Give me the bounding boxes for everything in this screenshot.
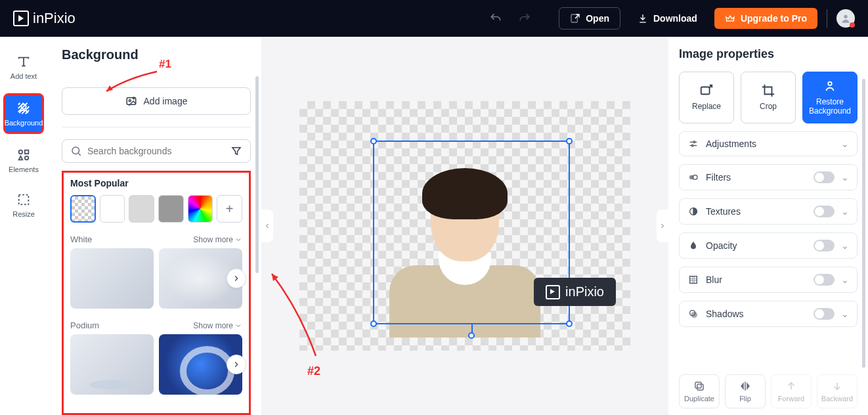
swatch-transparent[interactable] — [70, 195, 96, 223]
swatch-add[interactable]: + — [217, 195, 242, 223]
resize-handle-tl[interactable] — [370, 138, 377, 144]
left-panel-scrollbar[interactable] — [255, 76, 259, 273]
scroll-right-podium[interactable] — [227, 355, 246, 374]
header-divider — [827, 9, 827, 28]
background-icon — [16, 100, 32, 116]
bottom-actions: Duplicate Flip Forward Backward — [679, 374, 857, 408]
annotation-tag-1: #1 — [159, 58, 171, 71]
undo-icon[interactable] — [488, 11, 504, 26]
swatch-row: + — [70, 195, 242, 223]
chevron-right-icon — [232, 274, 241, 283]
chevron-down-icon: ⌄ — [841, 206, 849, 217]
textures-toggle[interactable] — [814, 206, 835, 217]
replace-button[interactable]: Replace — [679, 72, 734, 123]
svg-rect-21 — [695, 382, 701, 388]
bg-thumb-podium-1[interactable] — [70, 334, 154, 395]
flip-button[interactable]: Flip — [725, 374, 766, 408]
bg-section-white: White Show more — [70, 234, 242, 309]
text-icon — [16, 54, 32, 70]
scroll-right-white[interactable] — [227, 269, 246, 288]
resize-handle-bl[interactable] — [370, 320, 377, 327]
chevron-down-icon — [234, 236, 242, 244]
prop-filters[interactable]: Filters ⌄ — [679, 164, 857, 190]
resize-icon — [16, 192, 32, 207]
opacity-toggle[interactable] — [814, 240, 835, 251]
avatar[interactable] — [836, 9, 855, 28]
tool-background[interactable]: Background — [3, 93, 44, 134]
show-more-podium[interactable]: Show more — [193, 321, 242, 330]
brand-text: inPixio — [33, 10, 76, 27]
canvas-frame[interactable]: inPixio — [320, 114, 609, 338]
svg-rect-10 — [701, 87, 710, 95]
shadows-toggle[interactable] — [814, 308, 835, 320]
filter-icon[interactable] — [230, 145, 242, 157]
open-button[interactable]: Open — [559, 7, 620, 30]
textures-icon — [687, 206, 699, 217]
play-logo-icon — [546, 285, 560, 299]
tool-rail: Add text Background Elements Resize — [0, 37, 47, 415]
search-input[interactable] — [87, 146, 225, 156]
chevron-down-icon — [234, 322, 242, 330]
panel-title: Background — [62, 47, 251, 62]
bg-section-title: White — [70, 234, 92, 244]
resize-handle-br[interactable] — [566, 320, 573, 327]
show-more-white[interactable]: Show more — [193, 235, 242, 244]
download-button[interactable]: Download — [627, 8, 708, 29]
chevron-right-icon — [232, 360, 241, 369]
upgrade-button[interactable]: Upgrade to Pro — [714, 8, 817, 29]
tool-elements[interactable]: Elements — [3, 142, 44, 179]
shadows-icon — [687, 309, 699, 319]
arrow-up-icon — [785, 380, 797, 392]
swatch-light-gray[interactable] — [129, 195, 154, 223]
swatch-gray[interactable] — [158, 195, 184, 223]
crown-icon — [725, 13, 735, 24]
left-panel: Background #1 Add image Most Popular + — [47, 37, 261, 415]
most-popular-label: Most Popular — [70, 178, 242, 188]
svg-point-19 — [691, 312, 697, 317]
collapse-left-panel[interactable] — [261, 209, 273, 242]
duplicate-icon — [693, 380, 705, 392]
svg-point-12 — [693, 141, 695, 143]
crop-button[interactable]: Crop — [741, 72, 796, 123]
crop-icon — [761, 83, 775, 98]
tool-add-text[interactable]: Add text — [3, 49, 44, 85]
right-panel-scrollbar[interactable] — [862, 79, 865, 368]
image-actions: Replace Crop Restore Background — [679, 72, 857, 123]
user-icon — [840, 13, 851, 24]
tool-resize[interactable]: Resize — [3, 186, 44, 223]
svg-point-3 — [19, 150, 23, 154]
rotate-handle[interactable] — [468, 332, 475, 339]
right-panel-title: Image properties — [679, 47, 857, 61]
blur-toggle[interactable] — [814, 274, 835, 286]
swatch-white[interactable] — [100, 195, 125, 223]
prop-adjustments[interactable]: Adjustments ⌄ — [679, 131, 857, 156]
search-icon — [70, 145, 82, 157]
chevron-down-icon: ⌄ — [841, 274, 849, 285]
sliders-icon — [687, 139, 699, 149]
bg-thumb-white-1[interactable] — [70, 248, 154, 309]
prop-opacity[interactable]: Opacity ⌄ — [679, 232, 857, 259]
prop-textures[interactable]: Textures ⌄ — [679, 198, 857, 225]
opacity-icon — [687, 240, 699, 251]
chevron-down-icon: ⌄ — [841, 240, 849, 251]
search-backgrounds[interactable] — [62, 139, 251, 163]
swatch-color-picker[interactable] — [188, 195, 213, 223]
resize-handle-tr[interactable] — [566, 138, 573, 144]
collapse-right-panel[interactable] — [657, 209, 668, 242]
prop-shadows[interactable]: Shadows ⌄ — [679, 301, 857, 327]
restore-background-button[interactable]: Restore Background — [802, 72, 857, 123]
duplicate-button[interactable]: Duplicate — [679, 374, 720, 408]
open-icon — [570, 13, 580, 24]
redo-icon[interactable] — [517, 11, 532, 26]
chevron-right-icon — [659, 222, 666, 230]
bg-section-title: Podium — [70, 320, 99, 330]
svg-rect-4 — [25, 150, 29, 154]
prop-blur[interactable]: Blur ⌄ — [679, 267, 857, 293]
panel-divider — [62, 127, 251, 127]
filters-toggle[interactable] — [814, 171, 835, 183]
add-image-button[interactable]: Add image — [62, 87, 251, 115]
chevron-down-icon: ⌄ — [841, 309, 849, 319]
flip-icon — [739, 380, 751, 392]
svg-rect-17 — [690, 276, 697, 283]
backward-button: Backward — [817, 374, 857, 408]
